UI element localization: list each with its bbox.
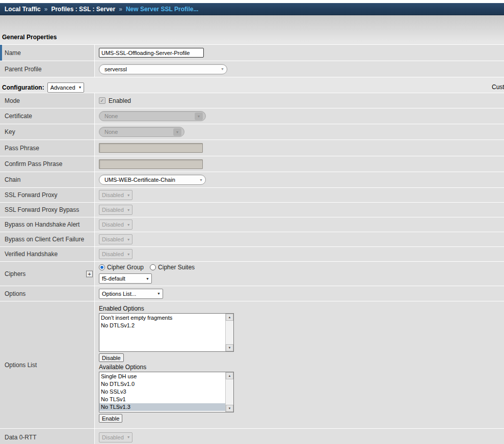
- name-input[interactable]: [99, 48, 204, 58]
- key-cell: None ▼: [95, 124, 504, 140]
- breadcrumb-item-local-traffic[interactable]: Local Traffic: [5, 6, 41, 13]
- cipher-suites-radio-label: Cipher Suites: [158, 264, 195, 271]
- ciphers-row: Ciphers + Cipher Group Cipher Suites f5-…: [0, 262, 504, 286]
- enable-button[interactable]: Enable: [99, 414, 122, 423]
- listbox-option[interactable]: Don't insert empty fragments: [99, 314, 225, 322]
- listbox-option[interactable]: No DTLSv1.2: [99, 322, 225, 329]
- enabled-options-listbox[interactable]: Don't insert empty fragmentsNo DTLSv1.2 …: [99, 313, 234, 352]
- verified-handshake-select: Disabled ▼: [99, 249, 132, 259]
- general-properties-title: General Properties: [2, 34, 504, 41]
- chain-select[interactable]: UMS-WEB-Certificate-Chain ▼: [99, 175, 206, 185]
- listbox-scrollbar[interactable]: ▲ ▼: [225, 314, 233, 351]
- bypass-on-handshake-alert-select: Disabled ▼: [99, 219, 132, 230]
- ssl-forward-proxy-value: Disabled: [102, 192, 124, 198]
- mode-cell: ✓ Enabled: [95, 93, 504, 108]
- check-icon: ✓: [100, 98, 104, 103]
- pass-phrase-row: Pass Phrase: [0, 140, 504, 156]
- chevron-down-icon: ▼: [127, 223, 130, 227]
- chevron-down-icon: ▼: [127, 435, 130, 439]
- chevron-down-icon: ▼: [173, 128, 181, 136]
- key-row: Key None ▼: [0, 124, 504, 140]
- listbox-option[interactable]: No DTLSv1.0: [99, 380, 225, 388]
- certificate-select: None ▼: [99, 111, 206, 121]
- verified-handshake-label: Verified Handshake: [5, 251, 58, 258]
- cipher-suites-radio[interactable]: [150, 264, 156, 270]
- data-0rtt-label-cell: Data 0-RTT: [0, 429, 95, 444]
- chevron-down-icon: ▼: [195, 113, 203, 120]
- cipher-group-radio-label: Cipher Group: [107, 264, 144, 271]
- pass-phrase-cell: [95, 140, 504, 156]
- options-label-cell: Options: [0, 286, 95, 301]
- breadcrumb-item-profiles-ssl-server[interactable]: Profiles : SSL : Server: [51, 6, 115, 13]
- bypass-on-handshake-alert-value: Disabled: [102, 221, 124, 228]
- verified-handshake-value: Disabled: [102, 251, 124, 257]
- ssl-forward-proxy-label: SSL Forward Proxy: [5, 191, 58, 199]
- listbox-option[interactable]: No TLSv1.3: [99, 403, 225, 411]
- parent-profile-value: serverssl: [104, 66, 127, 72]
- configuration-view-value: Advanced: [50, 85, 75, 91]
- chain-value: UMS-WEB-Certificate-Chain: [104, 177, 175, 183]
- ssl-forward-proxy-bypass-value: Disabled: [102, 207, 124, 213]
- disable-button[interactable]: Disable: [99, 353, 124, 362]
- chevron-down-icon: ▼: [157, 292, 161, 295]
- scroll-down-icon[interactable]: ▼: [226, 405, 233, 412]
- bypass-on-handshake-alert-label-cell: Bypass on Handshake Alert: [0, 217, 95, 232]
- listbox-option[interactable]: No SSLv3: [99, 388, 225, 396]
- mode-checkbox: ✓: [99, 97, 105, 104]
- chevron-down-icon: ▼: [78, 86, 82, 89]
- options-list-row: Options List Enabled Options Don't inser…: [0, 301, 504, 429]
- parent-profile-row: Parent Profile serverssl ▼: [0, 61, 504, 77]
- certificate-cell: None ▼: [95, 108, 504, 124]
- custom-column-header: Custom: [492, 84, 504, 91]
- verified-handshake-row: Verified Handshake Disabled ▼: [0, 247, 504, 262]
- parent-profile-label-cell: Parent Profile: [0, 61, 95, 77]
- chain-cell: UMS-WEB-Certificate-Chain ▼: [95, 172, 504, 187]
- listbox-option[interactable]: Single DH use: [99, 373, 225, 380]
- cipher-group-select[interactable]: f5-default ▼: [99, 273, 152, 284]
- chevron-down-icon: ▼: [127, 208, 130, 212]
- scroll-up-icon[interactable]: ▲: [226, 314, 233, 321]
- configuration-table: Mode ✓ Enabled Certificate None ▼: [0, 93, 504, 444]
- bypass-on-client-cert-failure-cell: Disabled ▼: [95, 232, 504, 246]
- options-select[interactable]: Options List... ▼: [99, 289, 163, 299]
- chain-row: Chain UMS-WEB-Certificate-Chain ▼: [0, 172, 504, 188]
- chain-label: Chain: [5, 176, 20, 183]
- listbox-scrollbar[interactable]: ▲ ▼: [225, 372, 233, 412]
- breadcrumb-separator: »: [119, 6, 122, 13]
- parent-profile-select[interactable]: serverssl ▼: [99, 64, 227, 74]
- available-options-listbox[interactable]: Single DH useNo DTLSv1.0No SSLv3No TLSv1…: [99, 372, 234, 412]
- ssl-forward-proxy-row: SSL Forward Proxy Disabled ▼: [0, 188, 504, 203]
- data-0rtt-value: Disabled: [102, 434, 124, 440]
- options-value: Options List...: [102, 291, 136, 297]
- parent-profile-cell: serverssl ▼: [95, 61, 504, 77]
- bypass-on-client-cert-failure-value: Disabled: [102, 236, 124, 242]
- certificate-label-cell: Certificate: [0, 108, 95, 124]
- bypass-on-client-cert-failure-label: Bypass on Client Cert Failure: [5, 236, 84, 243]
- chevron-down-icon: ▼: [127, 193, 130, 197]
- ssl-forward-proxy-bypass-row: SSL Forward Proxy Bypass Disabled ▼: [0, 203, 504, 217]
- options-list-cell: Enabled Options Don't insert empty fragm…: [95, 301, 504, 428]
- ciphers-expand-button[interactable]: +: [86, 270, 93, 277]
- name-label: Name: [5, 49, 21, 57]
- key-label-cell: Key: [0, 124, 95, 140]
- options-label: Options: [5, 290, 25, 297]
- enabled-options-items: Don't insert empty fragmentsNo DTLSv1.2: [99, 314, 225, 351]
- data-0rtt-row: Data 0-RTT Disabled ▼: [0, 429, 504, 444]
- cipher-group-radio[interactable]: [99, 264, 105, 270]
- bypass-on-handshake-alert-cell: Disabled ▼: [95, 217, 504, 232]
- ssl-forward-proxy-bypass-cell: Disabled ▼: [95, 203, 504, 217]
- available-options-items: Single DH useNo DTLSv1.0No SSLv3No TLSv1…: [99, 372, 225, 412]
- options-list-label: Options List: [5, 362, 37, 369]
- pass-phrase-label: Pass Phrase: [5, 145, 39, 152]
- verified-handshake-cell: Disabled ▼: [95, 247, 504, 261]
- confirm-pass-phrase-label-cell: Confirm Pass Phrase: [0, 156, 95, 172]
- chevron-down-icon: ▼: [146, 277, 149, 281]
- bypass-on-handshake-alert-label: Bypass on Handshake Alert: [5, 221, 79, 228]
- listbox-option[interactable]: No TLSv1: [99, 396, 225, 403]
- breadcrumb: Local Traffic » Profiles : SSL : Server …: [0, 3, 504, 15]
- configuration-view-select[interactable]: Advanced ▼: [47, 82, 84, 93]
- scroll-down-icon[interactable]: ▼: [226, 344, 233, 351]
- options-cell: Options List... ▼: [95, 286, 504, 301]
- scroll-up-icon[interactable]: ▲: [226, 372, 233, 379]
- confirm-pass-phrase-cell: [95, 156, 504, 172]
